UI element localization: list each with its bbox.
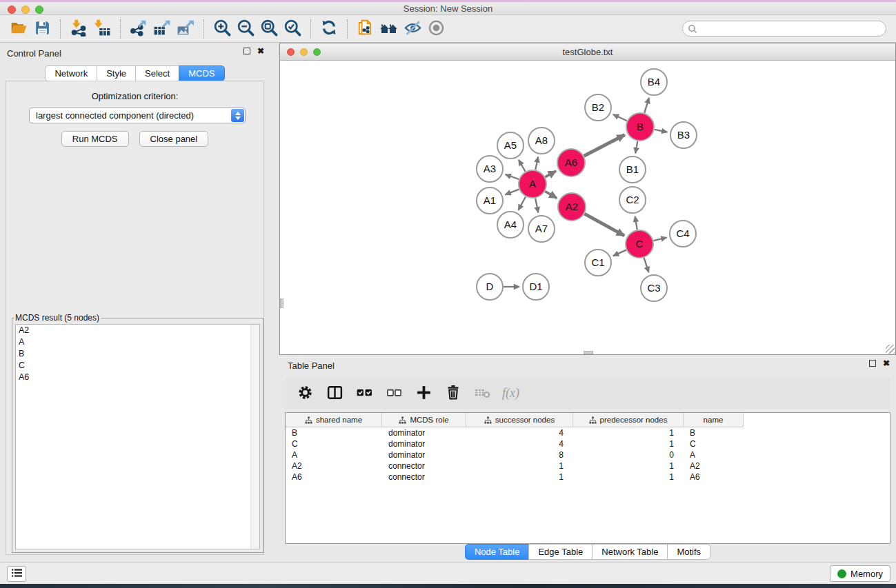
import-table-button[interactable] xyxy=(90,18,114,40)
add-column-button[interactable] xyxy=(413,383,434,404)
edge-B-B3[interactable] xyxy=(655,130,668,132)
edge-A-A7[interactable] xyxy=(535,199,538,213)
import-network-button[interactable] xyxy=(67,18,90,40)
save-session-button[interactable] xyxy=(30,18,54,40)
edge-A2-C[interactable] xyxy=(584,214,624,236)
node-A1[interactable]: A1 xyxy=(477,187,503,214)
edge-B-B1[interactable] xyxy=(635,141,637,154)
export-network-button[interactable] xyxy=(127,18,150,40)
deselect-all-button[interactable] xyxy=(384,383,404,404)
node-C1[interactable]: C1 xyxy=(585,250,611,276)
node-B1[interactable]: B1 xyxy=(619,156,646,183)
close-panel-icon[interactable]: ✖ xyxy=(883,360,890,367)
node-A7[interactable]: A7 xyxy=(528,216,555,242)
edge-C-C2[interactable] xyxy=(635,216,637,230)
edge-C-C4[interactable] xyxy=(653,238,666,241)
search-input[interactable] xyxy=(697,21,886,36)
node-A3[interactable]: A3 xyxy=(477,156,503,182)
table-row[interactable]: Bdominator41B xyxy=(286,427,890,438)
node-B2[interactable]: B2 xyxy=(585,94,611,121)
table-row[interactable]: A6connector11A6 xyxy=(286,472,890,483)
node-B3[interactable]: B3 xyxy=(670,122,697,148)
float-panel-icon[interactable] xyxy=(869,360,876,367)
new-network-button[interactable] xyxy=(354,18,377,40)
edge-A-A3[interactable] xyxy=(506,174,519,179)
edge-C-C3[interactable] xyxy=(644,258,649,272)
column-header-shared-name[interactable]: shared name xyxy=(286,413,382,427)
delete-table-button[interactable] xyxy=(472,383,493,404)
delete-column-button[interactable] xyxy=(443,383,464,404)
close-panel-icon[interactable]: ✖ xyxy=(257,48,264,54)
table-row[interactable]: A2connector11A2 xyxy=(286,460,890,472)
export-table-button[interactable] xyxy=(150,18,174,40)
edge-A-A6[interactable] xyxy=(545,171,556,177)
memory-button[interactable]: Memory xyxy=(830,565,890,582)
tab-select[interactable]: Select xyxy=(135,65,179,81)
home-button[interactable] xyxy=(377,18,401,40)
tab-style[interactable]: Style xyxy=(97,65,136,81)
edge-A-A8[interactable] xyxy=(535,157,538,170)
run-mcds-button[interactable]: Run MCDS xyxy=(61,131,129,147)
edge-B-B2[interactable] xyxy=(613,114,627,121)
node-A5[interactable]: A5 xyxy=(497,132,524,159)
select-all-button[interactable] xyxy=(354,383,375,404)
result-list-item[interactable]: C xyxy=(16,360,259,372)
edge-B-B4[interactable] xyxy=(644,98,649,113)
edge-A6-B[interactable] xyxy=(584,135,625,156)
node-C2[interactable]: C2 xyxy=(619,187,646,213)
window-resize-grip[interactable] xyxy=(886,345,895,354)
column-header-MCDS-role[interactable]: MCDS role xyxy=(382,413,466,427)
criterion-select[interactable]: largest connected component (directed) xyxy=(29,108,246,123)
edge-C-C1[interactable] xyxy=(613,250,626,256)
result-scrollbar-track[interactable] xyxy=(250,325,259,549)
hide-details-button[interactable] xyxy=(401,18,424,40)
zoom-fit-button[interactable] xyxy=(257,18,281,40)
tab-network[interactable]: Network xyxy=(45,65,97,81)
node-C[interactable]: C xyxy=(626,230,653,258)
node-C3[interactable]: C3 xyxy=(641,275,667,301)
left-splitter-nub[interactable] xyxy=(280,298,283,308)
mcds-result-list[interactable]: A2ABCA6 xyxy=(15,324,260,549)
table-row[interactable]: Cdominator41C xyxy=(286,438,890,449)
node-D1[interactable]: D1 xyxy=(523,274,549,300)
node-A8[interactable]: A8 xyxy=(528,128,555,154)
refresh-button[interactable] xyxy=(317,18,341,40)
tab-mcds[interactable]: MCDS xyxy=(179,65,224,81)
tab-node-table[interactable]: Node Table xyxy=(465,544,530,560)
bottom-splitter-nub[interactable] xyxy=(584,351,593,354)
node-B4[interactable]: B4 xyxy=(641,69,667,95)
task-history-button[interactable] xyxy=(7,566,26,582)
column-header-successor-nodes[interactable]: successor nodes xyxy=(466,413,573,427)
open-session-button[interactable] xyxy=(7,18,30,40)
result-list-item[interactable]: A6 xyxy=(16,372,259,383)
result-list-item[interactable]: B xyxy=(16,348,259,360)
show-column-button[interactable] xyxy=(324,383,345,404)
close-panel-button[interactable]: Close panel xyxy=(139,131,209,147)
apply-function-button[interactable]: f(x) xyxy=(502,383,519,404)
result-list-item[interactable]: A xyxy=(16,336,259,348)
float-panel-icon[interactable] xyxy=(243,48,250,54)
tab-motifs[interactable]: Motifs xyxy=(667,544,710,560)
zoom-selected-button[interactable] xyxy=(281,18,304,40)
show-details-button[interactable] xyxy=(424,18,448,40)
column-header-name[interactable]: name xyxy=(684,413,744,427)
edge-A-A1[interactable] xyxy=(505,190,519,195)
zoom-in-button[interactable] xyxy=(210,18,234,40)
column-header-predecessor-nodes[interactable]: predecessor nodes xyxy=(573,413,684,427)
edge-A-A5[interactable] xyxy=(519,160,526,172)
node-B[interactable]: B xyxy=(626,113,654,141)
node-A2[interactable]: A2 xyxy=(558,193,586,221)
edge-A-A4[interactable] xyxy=(518,196,526,210)
table-row[interactable]: Adominator80A xyxy=(286,449,890,460)
node-D[interactable]: D xyxy=(477,274,503,300)
network-canvas[interactable]: B4B2BB3A8A5A6A3B1AA1C2A2A4A7CC4C1C3DD1 xyxy=(280,61,895,354)
table-settings-button[interactable] xyxy=(295,383,315,404)
export-image-button[interactable] xyxy=(174,18,197,40)
node-A[interactable]: A xyxy=(519,170,546,198)
node-A6[interactable]: A6 xyxy=(557,149,585,176)
zoom-out-button[interactable] xyxy=(234,18,257,40)
edge-A-A2[interactable] xyxy=(545,192,557,199)
result-list-item[interactable]: A2 xyxy=(16,325,259,336)
node-C4[interactable]: C4 xyxy=(670,221,696,247)
node-table[interactable]: shared nameMCDS rolesuccessor nodesprede… xyxy=(285,412,890,544)
